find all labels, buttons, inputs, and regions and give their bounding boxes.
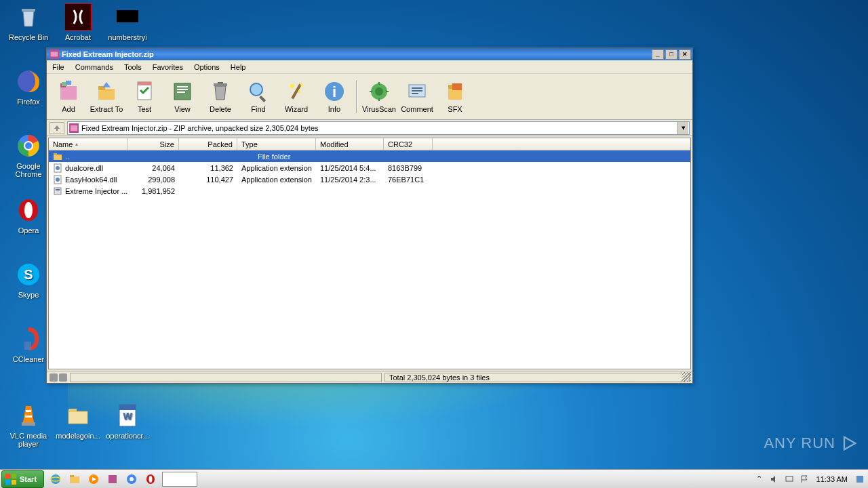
file-type: Application extension [237, 164, 316, 172]
toolbar-comment[interactable]: Comment [398, 77, 436, 117]
file-row[interactable]: Extreme Injector ...1,981,952 [49, 185, 690, 197]
icon-label: Acrobat [65, 33, 91, 41]
toolbar-label: SFX [448, 105, 462, 113]
file-type: File folder [237, 152, 434, 161]
toolbar-delete[interactable]: Delete [201, 77, 239, 117]
svg-rect-31 [177, 86, 188, 87]
desktop-icon-vlc[interactable]: VLC media player [3, 402, 54, 448]
column-headers: Name▴ Size Packed Type Modified CRC32 [49, 138, 690, 150]
winrar-window: Fixed Extream Injector.zip _ □ ✕ FileCom… [46, 47, 693, 384]
svg-rect-60 [54, 153, 57, 155]
toolbar-label: Extract To [90, 105, 123, 113]
svg-rect-66 [56, 189, 60, 190]
file-name: .. [65, 152, 69, 161]
cmd-icon [114, 3, 141, 30]
resize-grip[interactable] [682, 372, 691, 382]
clock[interactable]: 11:33 AM [814, 475, 850, 483]
window-title: Fixed Extream Injector.zip [62, 50, 154, 58]
svg-point-39 [290, 84, 294, 88]
toolbar-info[interactable]: iInfo [315, 77, 353, 117]
path-text: Fixed Extream Injector.zip - ZIP archive… [81, 124, 319, 132]
toolbar-test[interactable]: Test [125, 77, 163, 117]
opera-icon [15, 197, 42, 224]
file-rows: ..File folderdualcore.dll24,06411,362App… [49, 150, 690, 197]
winrar-icon [50, 49, 59, 59]
toolbar-sfx[interactable]: SFX [436, 77, 474, 117]
folder-up-icon [53, 152, 62, 161]
toolbar-label: Info [328, 105, 340, 113]
col-type[interactable]: Type [237, 138, 316, 150]
status-icon-1[interactable] [50, 373, 58, 382]
menu-help[interactable]: Help [225, 62, 252, 73]
desktop-icon-word[interactable]: Woperationcr... [102, 402, 153, 440]
menu-tools[interactable]: Tools [119, 62, 147, 73]
menu-commands[interactable]: Commands [70, 62, 119, 73]
svg-rect-16 [68, 409, 77, 412]
toolbar-extract-to[interactable]: Extract To [87, 77, 125, 117]
sfx-icon [444, 81, 466, 102]
toolbar-virusscan[interactable]: VirusScan [360, 77, 398, 117]
desktop-icon-cmd[interactable]: numberstryi [102, 3, 153, 41]
mediaplayer-icon[interactable] [85, 472, 102, 487]
svg-rect-65 [54, 188, 61, 195]
minimize-button[interactable]: _ [652, 49, 664, 60]
explorer-icon[interactable] [66, 472, 83, 487]
menu-file[interactable]: File [47, 62, 70, 73]
desktop-icon-recycle-bin[interactable]: Recycle Bin [3, 3, 54, 41]
svg-rect-25 [66, 81, 71, 85]
col-modified[interactable]: Modified [316, 138, 384, 150]
show-desktop-icon[interactable] [854, 474, 865, 485]
taskbar: Start ⌃ 11:33 AM [0, 469, 868, 488]
status-icon-2[interactable] [59, 373, 67, 382]
flag-icon[interactable] [799, 474, 810, 485]
file-packed: 110,427 [179, 176, 237, 184]
menu-options[interactable]: Options [189, 62, 225, 73]
col-name[interactable]: Name▴ [49, 138, 127, 150]
toolbar-find[interactable]: Find [239, 77, 277, 117]
svg-rect-29 [138, 82, 151, 85]
col-crc[interactable]: CRC32 [384, 138, 433, 150]
tray-expand-icon[interactable]: ⌃ [754, 474, 765, 485]
icon-label: Opera [18, 226, 39, 235]
ie-icon[interactable] [47, 472, 64, 487]
svg-rect-37 [259, 96, 266, 102]
skype-icon: S [15, 261, 42, 288]
file-row[interactable]: EasyHook64.dll299,008110,427Application … [49, 174, 690, 185]
file-row[interactable]: dualcore.dll24,06411,362Application exte… [49, 162, 690, 174]
toolbar-label: Add [62, 105, 75, 113]
volume-icon[interactable] [769, 474, 780, 485]
svg-point-45 [375, 87, 383, 96]
maximize-button[interactable]: □ [665, 49, 677, 60]
menu-favorites[interactable]: Favorites [147, 62, 189, 73]
file-row[interactable]: ..File folder [49, 150, 690, 162]
close-button[interactable]: ✕ [679, 49, 691, 60]
wizard-icon [285, 81, 307, 102]
up-button[interactable] [50, 122, 64, 134]
col-packed[interactable]: Packed [179, 138, 237, 150]
col-size[interactable]: Size [127, 138, 179, 150]
svg-point-36 [250, 83, 262, 96]
recycle-bin-icon [15, 3, 42, 30]
toolbar-wizard[interactable]: Wizard [277, 77, 315, 117]
titlebar[interactable]: Fixed Extream Injector.zip _ □ ✕ [47, 48, 692, 60]
desktop-icon-folder[interactable]: modelsgoin... [53, 402, 103, 440]
status-text: Total 2,305,024 bytes in 3 files [384, 373, 690, 382]
winrar-taskbar-icon[interactable] [104, 472, 121, 487]
taskbar-active-window[interactable] [162, 472, 197, 487]
desktop-icon-acrobat[interactable]: Acrobat [53, 3, 103, 41]
svg-rect-67 [5, 474, 10, 479]
network-icon[interactable] [784, 474, 795, 485]
chrome-taskbar-icon[interactable] [123, 472, 140, 487]
status-empty [70, 373, 382, 382]
opera-taskbar-icon[interactable] [142, 472, 159, 487]
icon-label: numberstryi [108, 33, 146, 41]
toolbar-view[interactable]: View [163, 77, 201, 117]
path-field[interactable]: Fixed Extream Injector.zip - ZIP archive… [67, 121, 690, 135]
svg-rect-51 [412, 87, 422, 89]
svg-rect-1 [64, 3, 92, 30]
comment-icon [406, 81, 428, 102]
start-button[interactable]: Start [1, 470, 44, 488]
file-type: Application extension [237, 176, 316, 184]
path-dropdown-button[interactable]: ▾ [677, 122, 688, 134]
toolbar-add[interactable]: Add [50, 77, 87, 117]
